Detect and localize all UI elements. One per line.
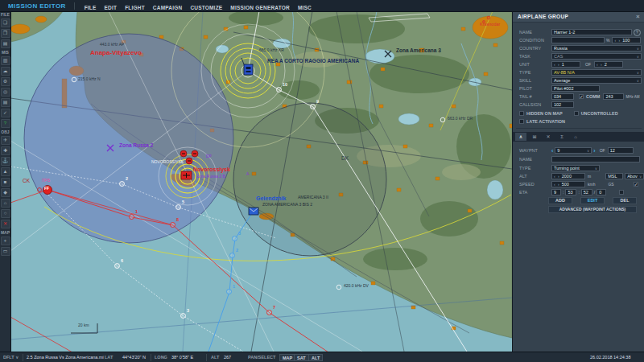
summary-icon[interactable]: ✓ (1, 109, 10, 117)
farp-icon[interactable]: ⌂ (1, 199, 10, 208)
comm-freq-input[interactable]: 243 (603, 93, 624, 100)
eta-lock-checkbox[interactable] (619, 190, 624, 195)
waypoint-marker[interactable] (119, 181, 125, 187)
gs-checkbox[interactable]: ✓ (634, 182, 638, 187)
new-mission-icon[interactable]: ❏ (1, 19, 10, 27)
measure-icon[interactable]: ⌖ (1, 237, 10, 245)
waypoint-marker[interactable] (170, 222, 175, 228)
waypoint-next-button[interactable]: › (593, 148, 595, 154)
group-name-input[interactable]: Harrier 1-2 (551, 29, 632, 35)
waypoint-marker[interactable] (229, 253, 235, 258)
panel-header: AIRPLANE GROUP × (513, 11, 644, 23)
waypoint-type-select[interactable]: Turning point∨ (551, 165, 600, 171)
waypoint-select[interactable]: 9∨ (555, 147, 592, 154)
delete-waypoint-button[interactable]: DEL (613, 197, 637, 204)
waypoint-marker[interactable] (129, 214, 134, 220)
unit-spinner[interactable]: ‹ ›1 (551, 61, 580, 68)
uncontrolled-checkbox[interactable] (574, 111, 579, 116)
failures-icon[interactable]: ⚙ (1, 77, 10, 86)
eta-hours-input[interactable]: 9 (551, 189, 561, 195)
map-label: Krasnodar (480, 23, 500, 27)
app-title: MISSION EDITOR (0, 2, 74, 10)
map-label: A (246, 172, 249, 176)
skill-select[interactable]: Average∨ (551, 77, 642, 84)
menu-item-misc[interactable]: MISC (298, 5, 312, 10)
aircraft-type-select[interactable]: AV-8B N/A∨ (551, 69, 642, 76)
eta-seconds-input[interactable]: 52 (581, 189, 592, 195)
condition-input[interactable] (551, 37, 605, 43)
menu-item-edit[interactable]: EDIT (105, 5, 118, 10)
eta-minutes-input[interactable]: 53 (565, 189, 576, 195)
airplane-icon[interactable]: ✈ (1, 136, 10, 145)
menu-item-mission-generator[interactable]: MISSION GENERATOR (230, 5, 290, 10)
help-icon[interactable]: ? (1, 119, 10, 128)
statusbar-button-sat[interactable]: SAT (294, 354, 309, 361)
help-icon[interactable]: ? (634, 29, 641, 36)
map-label: Zona Russa 2 (119, 143, 153, 149)
ship-icon[interactable]: ⚓ (1, 157, 10, 166)
pilot-input[interactable]: Pilot #002 (551, 85, 600, 92)
eta-extra-input[interactable]: 0 (597, 189, 606, 195)
waypoint-marker[interactable] (310, 104, 316, 109)
chevron-down-icon: ∨ (637, 79, 639, 83)
menu-item-flight[interactable]: FLIGHT (125, 5, 145, 10)
waypoint-name-input[interactable] (551, 156, 640, 162)
menu-separator (74, 2, 75, 10)
waypoint-marker[interactable] (232, 236, 237, 241)
country-select[interactable]: Russia∨ (551, 45, 642, 51)
split-tab-icon[interactable]: ✕ (543, 133, 554, 141)
task-select[interactable]: CAS∨ (551, 53, 642, 60)
map-viewport[interactable]: Anapa-Vityazevo443.0 kHz AP215.0 kHz N66… (10, 11, 512, 352)
base-tab-icon[interactable]: ⌂ (570, 133, 581, 141)
waypoint-prev-button[interactable]: ‹ (551, 148, 553, 154)
waypoint-marker[interactable] (175, 204, 181, 210)
advanced-waypoint-actions-button[interactable]: ADVANCED (WAYPOINT ACTIONS) (548, 206, 637, 213)
edit-waypoint-button[interactable]: EDIT (580, 197, 605, 204)
route-tab-icon[interactable]: ∧ (515, 133, 526, 141)
template-icon[interactable]: ◆ (1, 188, 10, 197)
waypoint-marker[interactable] (114, 263, 120, 269)
hidden-on-map-checkbox[interactable] (519, 111, 524, 116)
waypoint-marker[interactable] (276, 87, 282, 93)
preset-dropdown[interactable]: DFLT ∨ (3, 355, 19, 360)
comm-checkbox[interactable]: ✓ (579, 94, 584, 99)
trigger-zone-icon[interactable]: ○ (1, 209, 10, 218)
waypoint-marker[interactable] (226, 289, 232, 294)
alt-ref2-select[interactable]: Abov∨ (625, 173, 644, 179)
condition-spinner[interactable]: ‹ › 100 (612, 37, 641, 43)
rules-icon[interactable]: ▤ (1, 98, 10, 107)
tail-number-input[interactable]: 034 (551, 93, 574, 100)
menu-item-customize[interactable]: CUSTOMIZE (190, 5, 222, 10)
weather-icon[interactable]: ☁ (1, 67, 10, 76)
static-object-icon[interactable]: ■ (1, 178, 10, 187)
helicopter-icon[interactable]: ✚ (1, 146, 10, 155)
briefing-icon[interactable]: ▥ (1, 56, 10, 65)
mode-label: PAN/SELECT (248, 355, 275, 360)
summary-tab-icon[interactable]: Σ (556, 133, 568, 141)
delete-icon[interactable]: ✕ (1, 220, 10, 228)
zone-tab-icon[interactable]: ⊠ (529, 133, 540, 141)
alt-spinner[interactable]: ‹ ›2000 (551, 173, 585, 179)
late-activation-checkbox[interactable] (519, 119, 524, 124)
vehicle-icon[interactable]: ▲ (1, 167, 10, 176)
unit-count-spinner[interactable]: ‹ ›2 (594, 61, 623, 68)
open-mission-icon[interactable]: ❐ (1, 29, 10, 38)
goals-icon[interactable]: ◎ (1, 88, 10, 97)
toolbar-section-file: FILE (1, 13, 10, 17)
map-label: 215.0 kHz N (78, 77, 101, 81)
waypoint-number: 2 (126, 177, 128, 182)
add-waypoint-button[interactable]: ADD (548, 197, 572, 204)
statusbar-button-alt[interactable]: ALT (308, 354, 323, 361)
waypoint-marker[interactable] (266, 310, 272, 315)
save-mission-icon[interactable]: ▤ (1, 39, 10, 48)
speed-spinner[interactable]: ‹ ›500 (551, 181, 585, 187)
menu-item-campaign[interactable]: CAMPAIGN (153, 5, 183, 10)
menu-item-file[interactable]: FILE (85, 5, 97, 10)
close-icon[interactable]: × (636, 14, 640, 20)
waypoint-marker[interactable] (180, 313, 186, 319)
callsign-input[interactable]: 102 (551, 101, 574, 108)
layers-icon[interactable]: ▭ (1, 247, 10, 256)
chevron-down-icon: ∨ (587, 149, 589, 153)
alt-ref-select[interactable]: MSL (605, 173, 623, 179)
of-label: OF (585, 62, 591, 67)
